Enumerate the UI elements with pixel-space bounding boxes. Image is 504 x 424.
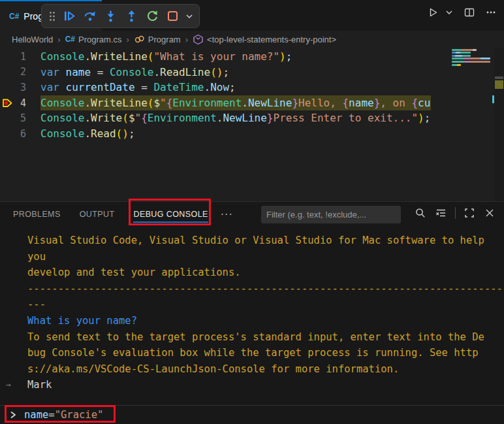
code-token [59, 81, 66, 93]
panel-header: PROBLEMS OUTPUT DEBUG CONSOLE ··· [0, 202, 504, 227]
step-over-icon [83, 9, 97, 23]
ruler-marker-current-line [495, 80, 503, 89]
tab-debug-console[interactable]: DEBUG CONSOLE [127, 202, 213, 227]
clear-all-icon [434, 206, 448, 220]
code-text: Console.Read(); [40, 126, 431, 142]
code-token: ; [286, 50, 292, 63]
breadcrumb-item-program-cs[interactable]: C# Program.cs [65, 35, 122, 44]
code-line-5[interactable]: 5Console.Write($"{Environment.NewLine}Pr… [0, 110, 504, 126]
find-button[interactable] [414, 206, 427, 220]
stop-dropdown-button[interactable] [185, 7, 195, 25]
step-out-button[interactable] [122, 7, 140, 25]
maximize-panel-button[interactable] [463, 206, 476, 220]
code-token: "Gracie" [55, 409, 104, 421]
chevron-down-icon [185, 12, 193, 20]
current-line-arrow-icon [2, 97, 13, 109]
continue-button[interactable] [60, 7, 78, 25]
more-actions-button[interactable] [484, 6, 497, 19]
continue-icon [63, 9, 76, 23]
console-text: ----------------------------------------… [27, 283, 504, 295]
console-line: s://aka.ms/VSCode-CS-LaunchJson-Console … [0, 361, 504, 378]
stop-button[interactable] [164, 7, 182, 25]
input-echo-arrow-icon: → [6, 377, 11, 393]
ellipsis-icon [484, 6, 497, 19]
line-number: 2 [0, 66, 40, 78]
breadcrumb-item-helloworld[interactable]: HelloWorld [12, 35, 53, 44]
code-token: = [91, 66, 110, 78]
console-line: bug Console's evaluation box while the t… [0, 345, 504, 361]
code-editor[interactable]: 1Console.WriteLine("What is your name?")… [0, 48, 504, 201]
code-text: Console.WriteLine("What is your name?"); [40, 49, 431, 65]
code-token: Hello, [298, 97, 342, 109]
code-token [59, 66, 66, 78]
code-line-2[interactable]: 2var name = Console.ReadLine(); [0, 65, 504, 80]
code-token: Console [40, 112, 84, 124]
code-token: , on [380, 97, 411, 109]
vscode-window: C# Program.cs [0, 0, 504, 424]
breadcrumb-item-program[interactable]: Program [134, 34, 181, 45]
run-dropdown-button[interactable] [445, 6, 453, 19]
code-token: Environment [172, 97, 242, 109]
console-prompt-icon [9, 410, 18, 419]
code-token: ( [148, 50, 154, 63]
step-over-button[interactable] [81, 7, 99, 25]
minimap-line [452, 52, 471, 54]
code-line-4[interactable]: 4Console.WriteLine($"{Environment.NewLin… [0, 95, 504, 111]
code-token: $ [129, 112, 135, 124]
clear-console-button[interactable] [434, 206, 448, 220]
editor-tab-bar: C# Program.cs [0, 0, 504, 31]
code-token: ; [223, 66, 229, 78]
tab-problems[interactable]: PROBLEMS [7, 202, 67, 227]
panel-actions [414, 206, 496, 220]
restart-button[interactable] [143, 7, 161, 25]
code-token: { [342, 97, 349, 109]
console-text: you [27, 251, 46, 263]
tab-output[interactable]: OUTPUT [74, 202, 121, 227]
toolbar-drag-handle[interactable] [46, 7, 57, 25]
overview-ruler[interactable] [494, 48, 504, 201]
code-line-6[interactable]: 6Console.Read(); [0, 126, 504, 142]
debug-console-output[interactable]: Visual Studio Code, Visual Studio or Vis… [0, 227, 504, 406]
csharp-file-icon: C# [9, 12, 19, 21]
console-text: --- [27, 299, 46, 310]
line-number: 3 [0, 82, 40, 93]
code-token: cu [418, 97, 430, 109]
code-token: Now [210, 81, 229, 93]
code-token: () [116, 127, 129, 140]
breadcrumb-item-entry-point[interactable]: <top-level-statements-entry-point> [193, 34, 336, 45]
code-line-1[interactable]: 1Console.WriteLine("What is your name?")… [0, 49, 504, 65]
console-text: What is your name? [27, 315, 137, 327]
step-into-button[interactable] [102, 7, 120, 25]
close-icon [483, 206, 496, 220]
console-line: To send text to the target process's sta… [0, 329, 504, 346]
maximize-icon [463, 206, 476, 220]
run-button[interactable] [426, 6, 439, 19]
filter-input[interactable] [261, 206, 401, 223]
code-line-3[interactable]: 3var currentDate = DateTime.Now; [0, 80, 504, 95]
minimap[interactable] [450, 48, 494, 201]
console-input[interactable]: name="Gracie" [24, 409, 103, 421]
close-panel-button[interactable] [483, 206, 496, 220]
restart-icon [146, 9, 159, 23]
split-editor-icon [463, 6, 476, 19]
code-token: ( [148, 97, 154, 109]
class-icon [134, 34, 145, 45]
code-token: name [24, 409, 48, 421]
split-editor-button[interactable] [463, 6, 476, 19]
bottom-panel: PROBLEMS OUTPUT DEBUG CONSOLE ··· [0, 201, 504, 424]
code-token: " [160, 97, 166, 109]
line-number: 5 [0, 112, 40, 124]
code-token: WriteLine [91, 97, 148, 109]
code-lines: 1Console.WriteLine("What is your name?")… [0, 48, 504, 142]
code-token: name [66, 66, 91, 78]
code-token: NewLine [248, 97, 292, 109]
code-token: ; [129, 127, 135, 140]
breakpoint-current-line-glyph[interactable] [2, 97, 13, 109]
breadcrumb-label: HelloWorld [12, 35, 53, 44]
console-line: What is your name? [0, 313, 504, 329]
more-panel-tabs-button[interactable]: ··· [221, 208, 233, 220]
code-token: $ [153, 97, 160, 109]
code-token: ( [122, 112, 129, 124]
symbol-icon [193, 34, 204, 45]
code-token: = [48, 409, 54, 421]
